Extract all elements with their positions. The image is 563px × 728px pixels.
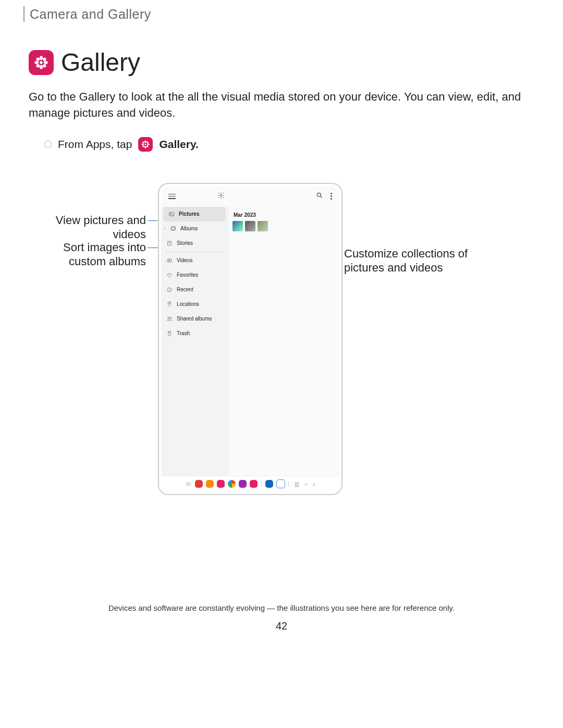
- lead-line: [148, 248, 159, 248]
- sidebar-item-label: Videos: [177, 257, 192, 263]
- svg-point-19: [317, 193, 321, 196]
- svg-line-20: [321, 196, 322, 198]
- image-icon: [168, 211, 175, 217]
- sidebar-item-label: Albums: [180, 226, 198, 231]
- divider: |: [261, 481, 262, 487]
- sidebar-item-locations[interactable]: Locations: [161, 297, 228, 312]
- chevron-right-icon: ›: [164, 226, 166, 231]
- svg-point-33: [170, 317, 172, 318]
- svg-point-0: [40, 61, 43, 64]
- page-title-row: Gallery: [29, 48, 540, 77]
- sidebar-item-label: Locations: [177, 301, 199, 307]
- svg-rect-21: [169, 212, 174, 216]
- bullet-icon: [44, 141, 52, 148]
- menu-icon[interactable]: [168, 194, 176, 199]
- sidebar-item-albums[interactable]: › Albums: [161, 221, 228, 236]
- sidebar-item-stories[interactable]: Stories: [161, 236, 228, 251]
- home-nav-icon[interactable]: ○: [304, 481, 308, 487]
- trash-icon: [166, 330, 173, 337]
- story-icon: [166, 240, 173, 246]
- svg-point-5: [36, 57, 40, 61]
- divider: [165, 252, 224, 252]
- thumbnail[interactable]: [245, 221, 255, 231]
- shared-icon: [166, 316, 173, 322]
- thumbnail[interactable]: [258, 221, 268, 231]
- svg-point-1: [40, 56, 43, 60]
- clock-icon: [166, 287, 173, 293]
- intro-text: Go to the Gallery to look at the all the…: [29, 89, 534, 121]
- sidebar-item-label: Stories: [177, 240, 193, 246]
- step-appname: Gallery.: [159, 138, 199, 151]
- svg-point-32: [168, 317, 169, 318]
- sidebar-item-label: Shared albums: [177, 316, 212, 322]
- sidebar-item-trash[interactable]: Trash: [161, 326, 228, 341]
- illustration: View pictures and videos Sort images int…: [23, 183, 540, 522]
- date-group-label: Mar 2023: [234, 212, 335, 218]
- app-topbar: [161, 186, 339, 207]
- back-nav-icon[interactable]: ‹: [313, 481, 315, 487]
- sidebar-item-pictures[interactable]: Pictures: [163, 207, 226, 221]
- dock-app-icon[interactable]: [206, 480, 214, 488]
- dock-app-icon[interactable]: [228, 480, 236, 488]
- heart-icon: [166, 272, 173, 278]
- dock-app-icon[interactable]: [265, 480, 273, 488]
- dock-app-icon[interactable]: [276, 479, 285, 488]
- footnote: Devices and software are constantly evol…: [0, 603, 563, 612]
- svg-point-4: [44, 61, 48, 64]
- gallery-content: Mar 2023: [228, 207, 339, 476]
- sidebar-item-label: Trash: [177, 330, 190, 336]
- svg-point-31: [169, 303, 170, 304]
- divider: |: [288, 481, 290, 487]
- dock-app-icon[interactable]: [217, 480, 225, 488]
- sidebar: Pictures › Albums Stories: [161, 207, 228, 476]
- apps-grid-icon[interactable]: ⁞⁞⁞: [186, 481, 192, 487]
- svg-point-16: [143, 145, 145, 147]
- location-icon: [166, 301, 173, 307]
- taskbar: ⁞⁞⁞ | | ||| ○ ‹: [161, 476, 339, 492]
- section-header: Camera and Gallery: [23, 6, 540, 22]
- svg-marker-29: [169, 260, 170, 261]
- svg-point-2: [40, 65, 43, 69]
- svg-point-3: [34, 61, 39, 64]
- gallery-icon: [138, 137, 153, 152]
- video-icon: [166, 257, 173, 264]
- callout-albums: Sort images into custom albums: [34, 240, 146, 269]
- sidebar-item-favorites[interactable]: Favorites: [161, 268, 228, 282]
- svg-point-17: [146, 145, 149, 147]
- search-icon[interactable]: [316, 192, 323, 201]
- step-prefix: From Apps, tap: [58, 138, 132, 151]
- svg-point-15: [146, 141, 149, 143]
- svg-point-10: [145, 140, 146, 143]
- svg-point-11: [145, 146, 146, 149]
- dock-app-icon[interactable]: [195, 480, 203, 488]
- instruction-step: From Apps, tap Gallery.: [44, 137, 540, 152]
- header-bar: [23, 6, 25, 22]
- svg-point-7: [36, 64, 40, 68]
- page-title: Gallery: [61, 48, 140, 77]
- page-number: 42: [0, 620, 563, 632]
- dock-app-icon[interactable]: [239, 480, 247, 488]
- svg-point-14: [143, 141, 145, 143]
- sidebar-item-videos[interactable]: Videos: [161, 253, 228, 268]
- dock-app-icon[interactable]: [250, 480, 258, 488]
- more-icon[interactable]: [331, 193, 332, 200]
- gear-icon[interactable]: [217, 192, 225, 201]
- svg-point-18: [220, 194, 222, 196]
- thumbnail-row: [232, 221, 335, 231]
- sidebar-item-recent[interactable]: Recent: [161, 282, 228, 297]
- callout-pictures: View pictures and videos: [44, 213, 146, 242]
- svg-point-12: [142, 143, 144, 145]
- svg-point-6: [43, 57, 46, 61]
- gallery-icon: [29, 50, 54, 75]
- sidebar-item-shared[interactable]: Shared albums: [161, 312, 228, 326]
- thumbnail[interactable]: [232, 221, 243, 231]
- section-title: Camera and Gallery: [30, 7, 151, 22]
- svg-point-8: [43, 64, 46, 68]
- recents-nav-icon[interactable]: |||: [295, 481, 299, 487]
- sidebar-item-label: Favorites: [177, 272, 198, 278]
- sidebar-item-label: Pictures: [179, 211, 199, 217]
- callout-stories: Customize collections of pictures and vi…: [344, 246, 480, 275]
- album-icon: [170, 226, 176, 232]
- device-frame: Pictures › Albums Stories: [158, 183, 342, 495]
- svg-point-13: [147, 143, 150, 145]
